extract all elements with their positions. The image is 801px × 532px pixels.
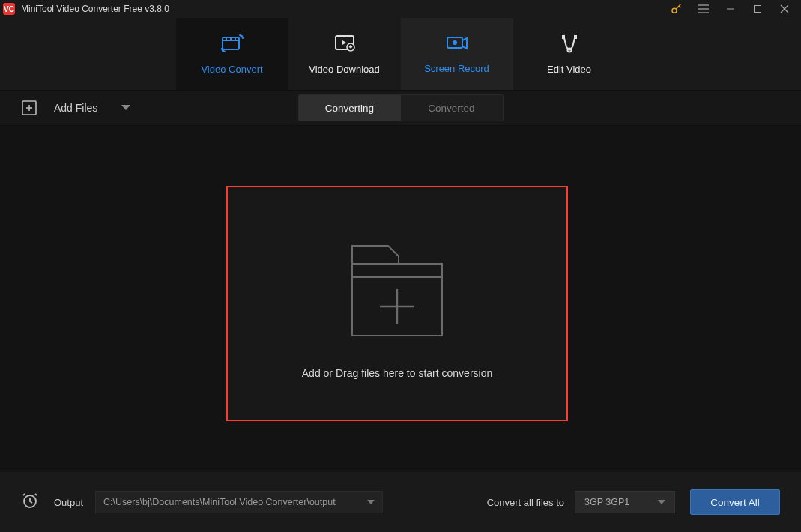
chevron-down-icon xyxy=(658,497,665,507)
output-path-text: C:\Users\bj\Documents\MiniTool Video Con… xyxy=(103,497,363,507)
svg-rect-19 xyxy=(574,35,577,39)
minimize-icon[interactable] xyxy=(717,0,744,18)
output-label: Output xyxy=(54,497,83,508)
tab-label: Video Download xyxy=(309,64,379,75)
tab-video-convert[interactable]: Video Convert xyxy=(176,18,288,90)
title-controls xyxy=(663,0,798,18)
chevron-down-icon xyxy=(367,497,375,507)
tab-converted[interactable]: Converted xyxy=(401,95,503,121)
output-format-selector[interactable]: 3GP 3GP1 xyxy=(575,491,675,513)
toolbar: Add Files Converting Converted xyxy=(0,90,801,126)
main-area: Add or Drag files here to start conversi… xyxy=(0,126,801,472)
svg-point-17 xyxy=(453,40,457,45)
convert-all-label: Convert all files to xyxy=(487,497,564,508)
add-files-icon xyxy=(21,100,37,116)
tab-label: Video Convert xyxy=(201,64,262,75)
tab-label: Edit Video xyxy=(547,64,591,75)
clock-icon[interactable] xyxy=(21,492,39,513)
svg-marker-31 xyxy=(658,500,665,504)
close-icon[interactable] xyxy=(771,0,798,18)
svg-marker-24 xyxy=(121,105,130,110)
tab-screen-record[interactable]: Screen Record xyxy=(401,18,513,90)
app-logo-text: VC xyxy=(4,5,14,13)
tab-video-download[interactable]: Video Download xyxy=(288,18,401,90)
tab-edit-video[interactable]: Edit Video xyxy=(513,18,626,90)
nav-tabs: Video Convert Video Download Screen Reco… xyxy=(0,18,801,90)
svg-marker-30 xyxy=(367,500,375,504)
tab-label: Screen Record xyxy=(424,63,489,74)
tab-converting[interactable]: Converting xyxy=(299,95,401,121)
conversion-state-toggle: Converting Converted xyxy=(298,94,504,121)
menu-icon[interactable] xyxy=(690,0,717,18)
key-icon[interactable] xyxy=(663,0,690,18)
svg-rect-18 xyxy=(562,35,565,39)
maximize-icon[interactable] xyxy=(744,0,771,18)
dropzone[interactable]: Add or Drag files here to start conversi… xyxy=(226,186,568,421)
folder-plus-icon xyxy=(345,232,450,348)
svg-marker-14 xyxy=(342,40,346,45)
dropzone-text: Add or Drag files here to start conversi… xyxy=(302,367,492,379)
convert-all-button[interactable]: Convert All xyxy=(690,489,780,515)
svg-rect-5 xyxy=(755,6,761,13)
add-files-label: Add Files xyxy=(54,102,97,114)
app-title: MiniTool Video Converter Free v3.8.0 xyxy=(21,4,169,14)
bottombar: Output C:\Users\bj\Documents\MiniTool Vi… xyxy=(0,472,801,532)
add-files-button[interactable]: Add Files xyxy=(21,100,130,116)
output-format-value: 3GP 3GP1 xyxy=(584,497,658,507)
titlebar: VC MiniTool Video Converter Free v3.8.0 xyxy=(0,0,801,18)
app-logo: VC xyxy=(3,3,15,15)
svg-point-0 xyxy=(672,8,677,13)
chevron-down-icon[interactable] xyxy=(121,105,130,111)
output-path-selector[interactable]: C:\Users\bj\Documents\MiniTool Video Con… xyxy=(95,491,383,513)
